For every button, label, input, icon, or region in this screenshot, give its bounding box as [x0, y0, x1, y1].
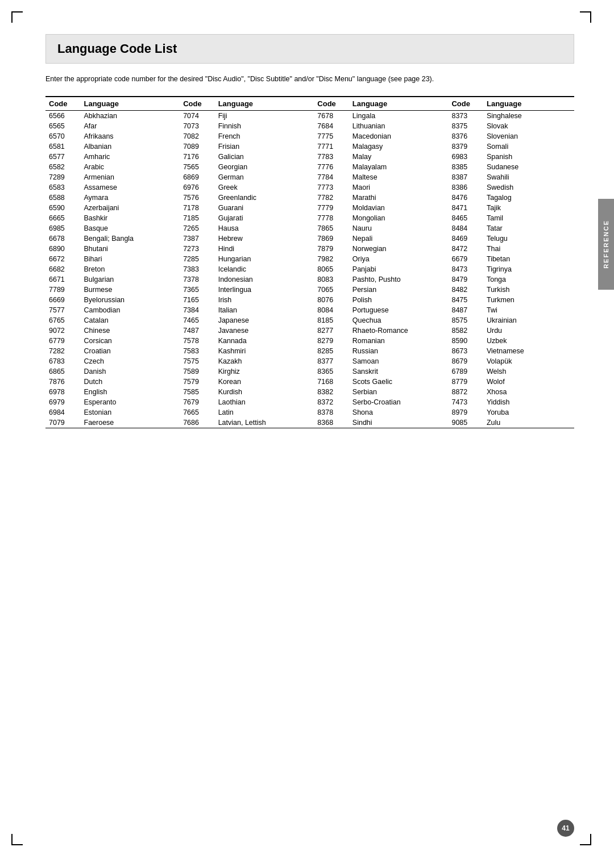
cell-gap — [306, 397, 314, 407]
cell-lang-2-0: Afrikaans — [81, 131, 172, 141]
cell-gap — [171, 244, 180, 254]
cell-code-1-1: 7073 — [180, 121, 215, 131]
cell-code-7-1: 6976 — [180, 182, 215, 193]
cell-code-12-0: 6678 — [45, 233, 81, 244]
cell-gap — [306, 295, 314, 305]
cell-gap — [306, 131, 314, 141]
cell-gap — [440, 203, 449, 213]
cell-lang-17-0: Burmese — [81, 285, 172, 295]
cell-code-6-3: 8387 — [448, 172, 483, 182]
cell-gap — [306, 121, 314, 131]
cell-lang-21-2: Rhaeto-Romance — [349, 326, 440, 336]
cell-gap — [306, 254, 314, 264]
table-row: 7079Faeroese7686Latvian, Lettish8368Sind… — [45, 418, 574, 428]
cell-lang-7-3: Swedish — [483, 182, 574, 193]
cell-lang-10-2: Mongolian — [349, 213, 440, 223]
cell-code-7-2: 7773 — [314, 182, 349, 193]
cell-code-25-0: 6865 — [45, 366, 81, 377]
cell-code-15-3: 8473 — [448, 264, 483, 274]
cell-code-19-3: 8487 — [448, 305, 483, 315]
cell-gap — [440, 162, 449, 172]
cell-gap — [440, 285, 449, 295]
cell-gap — [440, 213, 449, 223]
cell-code-14-0: 6672 — [45, 254, 81, 264]
cell-code-24-3: 8679 — [448, 356, 483, 366]
cell-lang-1-0: Afar — [81, 121, 172, 131]
cell-gap — [440, 244, 449, 254]
cell-gap — [306, 407, 314, 418]
header-code-3: Code — [314, 97, 349, 111]
header-lang-4: Language — [483, 97, 574, 111]
cell-gap — [171, 377, 180, 387]
cell-code-26-0: 7876 — [45, 377, 81, 387]
cell-lang-25-3: Welsh — [483, 366, 574, 377]
table-row: 6979Esperanto7679Laothian8372Serbo-Croat… — [45, 397, 574, 407]
cell-gap — [306, 366, 314, 377]
cell-gap — [440, 387, 449, 397]
cell-code-2-3: 8376 — [448, 131, 483, 141]
cell-lang-18-3: Turkmen — [483, 295, 574, 305]
header-gap-3 — [440, 97, 449, 111]
cell-code-28-3: 7473 — [448, 397, 483, 407]
cell-code-6-0: 7289 — [45, 172, 81, 182]
cell-gap — [440, 418, 449, 428]
cell-lang-15-2: Panjabi — [349, 264, 440, 274]
cell-lang-26-3: Wolof — [483, 377, 574, 387]
cell-gap — [306, 305, 314, 315]
cell-code-21-3: 8582 — [448, 326, 483, 336]
cell-lang-29-2: Shona — [349, 407, 440, 418]
cell-lang-16-2: Pashto, Pushto — [349, 274, 440, 285]
cell-code-20-3: 8575 — [448, 315, 483, 326]
cell-lang-8-1: Greenlandic — [215, 193, 306, 203]
cell-lang-2-3: Slovenian — [483, 131, 574, 141]
cell-lang-22-1: Kannada — [215, 336, 306, 346]
cell-gap — [440, 223, 449, 233]
cell-code-6-2: 7784 — [314, 172, 349, 182]
cell-code-11-1: 7265 — [180, 223, 215, 233]
reference-tab: REFERENCE — [598, 199, 614, 290]
cell-lang-16-1: Indonesian — [215, 274, 306, 285]
cell-lang-27-1: Kurdish — [215, 387, 306, 397]
cell-code-16-3: 8479 — [448, 274, 483, 285]
header-code-2: Code — [180, 97, 215, 111]
cell-lang-14-1: Hungarian — [215, 254, 306, 264]
cell-lang-6-0: Armenian — [81, 172, 172, 182]
cell-lang-9-1: Guarani — [215, 203, 306, 213]
cell-code-0-1: 7074 — [180, 110, 215, 121]
cell-gap — [171, 366, 180, 377]
cell-lang-25-1: Kirghiz — [215, 366, 306, 377]
cell-code-1-3: 8375 — [448, 121, 483, 131]
cell-lang-2-2: Macedonian — [349, 131, 440, 141]
cell-gap — [306, 315, 314, 326]
cell-lang-12-2: Nepali — [349, 233, 440, 244]
cell-lang-21-1: Javanese — [215, 326, 306, 336]
cell-lang-10-1: Gujarati — [215, 213, 306, 223]
cell-gap — [440, 264, 449, 274]
cell-gap — [306, 377, 314, 387]
cell-lang-23-1: Kashmiri — [215, 346, 306, 356]
cell-gap — [306, 152, 314, 162]
cell-code-0-2: 7678 — [314, 110, 349, 121]
cell-code-30-0: 7079 — [45, 418, 81, 428]
cell-gap — [440, 182, 449, 193]
cell-lang-26-1: Korean — [215, 377, 306, 387]
cell-code-8-1: 7576 — [180, 193, 215, 203]
cell-lang-6-2: Maltese — [349, 172, 440, 182]
cell-lang-1-3: Slovak — [483, 121, 574, 131]
language-table: Code Language Code Language Code Languag… — [45, 96, 574, 428]
cell-code-22-1: 7578 — [180, 336, 215, 346]
cell-lang-5-1: Georgian — [215, 162, 306, 172]
cell-lang-0-1: Fiji — [215, 110, 306, 121]
cell-code-23-1: 7583 — [180, 346, 215, 356]
header-gap-1 — [171, 97, 180, 111]
cell-lang-30-2: Sindhi — [349, 418, 440, 428]
cell-code-22-0: 6779 — [45, 336, 81, 346]
cell-lang-12-1: Hebrew — [215, 233, 306, 244]
table-row: 7289Armenian6869German7784Maltese8387Swa… — [45, 172, 574, 182]
table-row: 6678Bengali; Bangla7387Hebrew7869Nepali8… — [45, 233, 574, 244]
cell-lang-21-3: Urdu — [483, 326, 574, 336]
table-row: 6671Bulgarian7378Indonesian8083Pashto, P… — [45, 274, 574, 285]
cell-code-28-0: 6979 — [45, 397, 81, 407]
cell-gap — [440, 366, 449, 377]
cell-gap — [171, 326, 180, 336]
